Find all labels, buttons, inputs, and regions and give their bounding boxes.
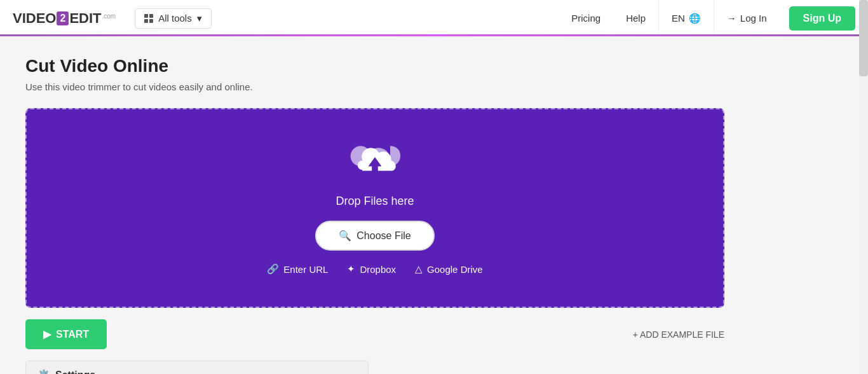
logo-edit-text: EDIT: [69, 10, 101, 27]
header-nav: Pricing Help EN 🌐 → Log In Sign Up: [559, 0, 855, 37]
logo-com-text: .com: [102, 13, 116, 20]
all-tools-button[interactable]: All tools ▾: [135, 8, 212, 29]
choose-file-label: Choose File: [356, 230, 410, 242]
drop-zone[interactable]: Drop Files here 🔍 Choose File 🔗 Enter UR…: [25, 108, 724, 308]
lang-label: EN: [672, 13, 685, 24]
search-icon: 🔍: [339, 230, 351, 242]
page-subtitle: Use this video trimmer to cut videos eas…: [25, 81, 826, 92]
logo-video-text: VIDEO: [13, 10, 56, 27]
settings-header: ⚙️ Settings: [26, 361, 368, 374]
settings-gear-icon: ⚙️: [37, 369, 50, 374]
chevron-right-icon: ▶: [43, 328, 51, 340]
pricing-link[interactable]: Pricing: [559, 0, 613, 37]
google-drive-link[interactable]: △ Google Drive: [415, 263, 483, 275]
chevron-down-icon: ▾: [197, 13, 202, 24]
bottom-actions: ▶ START + ADD EXAMPLE FILE: [25, 319, 724, 349]
login-label: Log In: [740, 13, 767, 24]
grid-icon: [144, 14, 153, 23]
enter-url-label: Enter URL: [283, 264, 328, 275]
choose-file-button[interactable]: 🔍 Choose File: [315, 221, 434, 251]
secondary-actions: 🔗 Enter URL ✦ Dropbox △ Google Drive: [267, 263, 482, 275]
upload-cloud-icon: [349, 141, 400, 186]
globe-icon: 🌐: [689, 13, 701, 24]
logo[interactable]: VIDEO 2 EDIT .com: [13, 10, 116, 27]
login-arrow-icon: →: [727, 13, 736, 24]
add-example-link[interactable]: + ADD EXAMPLE FILE: [633, 329, 724, 340]
google-drive-icon: △: [415, 263, 423, 275]
main-content: Cut Video Online Use this video trimmer …: [0, 37, 851, 374]
login-button[interactable]: → Log In: [714, 0, 780, 37]
settings-section: ⚙️ Settings: [25, 361, 369, 374]
link-icon: 🔗: [267, 263, 279, 275]
drop-text: Drop Files here: [336, 195, 414, 208]
scrollbar-track[interactable]: [859, 0, 868, 374]
language-selector[interactable]: EN 🌐: [658, 0, 714, 37]
enter-url-link[interactable]: 🔗 Enter URL: [267, 263, 328, 275]
dropbox-icon: ✦: [347, 263, 355, 275]
help-link[interactable]: Help: [613, 0, 658, 37]
google-drive-label: Google Drive: [427, 264, 483, 275]
settings-label: Settings: [55, 370, 95, 375]
page-title: Cut Video Online: [25, 56, 826, 76]
signup-button[interactable]: Sign Up: [789, 6, 855, 31]
all-tools-label: All tools: [158, 13, 192, 24]
dropbox-label: Dropbox: [360, 264, 396, 275]
header: VIDEO 2 EDIT .com All tools ▾ Pricing He…: [0, 0, 868, 37]
logo-badge: 2: [57, 11, 69, 25]
dropbox-link[interactable]: ✦ Dropbox: [347, 263, 396, 275]
start-label: START: [56, 329, 89, 340]
scrollbar-thumb[interactable]: [859, 0, 868, 76]
start-button[interactable]: ▶ START: [25, 319, 107, 349]
